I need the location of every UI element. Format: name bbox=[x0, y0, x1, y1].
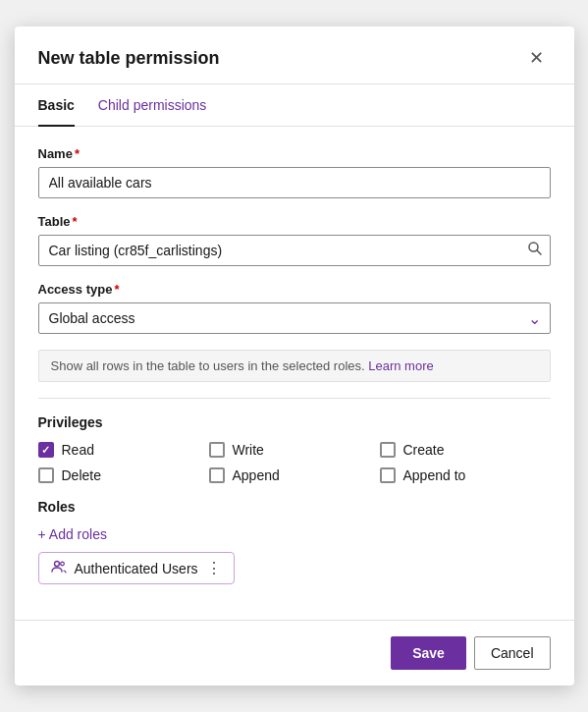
dialog-body: Name * Table * bbox=[15, 127, 574, 620]
learn-more-link[interactable]: Learn more bbox=[368, 358, 433, 373]
roles-section: Roles + Add roles Authenticated Users ⋮ bbox=[38, 499, 551, 584]
privilege-write[interactable]: Write bbox=[209, 442, 380, 458]
dialog-title: New table permission bbox=[38, 48, 220, 69]
user-group-icon bbox=[51, 559, 67, 577]
tab-bar: Basic Child permissions bbox=[15, 84, 574, 127]
table-input[interactable] bbox=[38, 235, 551, 266]
name-input[interactable] bbox=[38, 167, 551, 198]
privilege-create[interactable]: Create bbox=[380, 442, 551, 458]
access-type-label: Access type * bbox=[38, 282, 551, 297]
tab-child-permissions[interactable]: Child permissions bbox=[98, 85, 206, 127]
append-checkbox[interactable] bbox=[209, 467, 225, 483]
write-checkbox[interactable] bbox=[209, 442, 225, 458]
save-button[interactable]: Save bbox=[391, 636, 466, 670]
search-icon bbox=[527, 241, 543, 256]
append-to-checkbox[interactable] bbox=[380, 467, 396, 483]
dialog-header: New table permission ✕ bbox=[15, 27, 574, 84]
roles-label: Roles bbox=[38, 499, 551, 515]
access-type-field-group: Access type * Global access Contact acce… bbox=[38, 282, 551, 334]
svg-point-2 bbox=[54, 562, 59, 567]
name-required: * bbox=[75, 146, 80, 161]
access-type-wrapper: Global access Contact access Account acc… bbox=[38, 302, 551, 334]
add-roles-button[interactable]: + Add roles bbox=[38, 526, 107, 542]
cancel-button[interactable]: Cancel bbox=[474, 636, 551, 670]
table-field-group: Table * bbox=[38, 214, 551, 266]
access-type-info-box: Show all rows in the table to users in t… bbox=[38, 350, 551, 382]
new-table-permission-dialog: New table permission ✕ Basic Child permi… bbox=[15, 27, 574, 685]
divider bbox=[38, 398, 551, 399]
create-checkbox[interactable] bbox=[380, 442, 396, 458]
privilege-append[interactable]: Append bbox=[209, 467, 380, 483]
svg-line-1 bbox=[537, 250, 541, 254]
read-checkbox[interactable] bbox=[38, 442, 54, 458]
svg-point-3 bbox=[60, 562, 64, 566]
privileges-grid: Read Write Create Delete Append bbox=[38, 442, 551, 483]
privilege-read[interactable]: Read bbox=[38, 442, 209, 458]
name-label: Name * bbox=[38, 146, 551, 161]
access-type-required: * bbox=[114, 282, 119, 297]
delete-checkbox[interactable] bbox=[38, 467, 54, 483]
role-tag-menu-button[interactable]: ⋮ bbox=[206, 559, 222, 577]
close-button[interactable]: ✕ bbox=[523, 44, 551, 72]
table-search-button[interactable] bbox=[527, 241, 543, 260]
privilege-append-to[interactable]: Append to bbox=[380, 467, 551, 483]
privileges-label: Privileges bbox=[38, 414, 551, 430]
role-tag-label: Authenticated Users bbox=[75, 561, 198, 576]
table-input-wrapper bbox=[38, 235, 551, 266]
dialog-footer: Save Cancel bbox=[15, 620, 574, 685]
name-field-group: Name * bbox=[38, 146, 551, 198]
tab-basic[interactable]: Basic bbox=[38, 85, 75, 127]
table-label: Table * bbox=[38, 214, 551, 229]
access-type-select[interactable]: Global access Contact access Account acc… bbox=[38, 302, 551, 334]
role-tag-authenticated-users: Authenticated Users ⋮ bbox=[38, 552, 235, 584]
privilege-delete[interactable]: Delete bbox=[38, 467, 209, 483]
table-required: * bbox=[73, 214, 78, 229]
